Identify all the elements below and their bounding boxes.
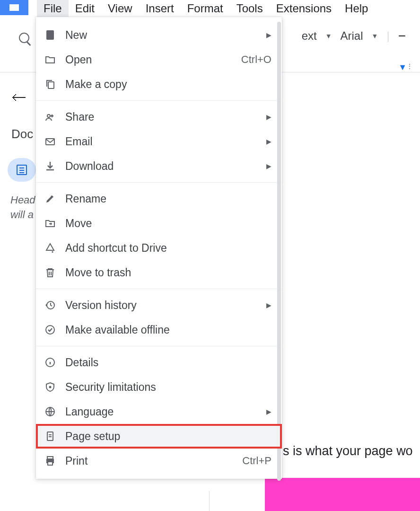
- menu-item-label: New: [65, 29, 262, 42]
- drive-shortcut-icon: [44, 241, 57, 255]
- language-icon: [44, 405, 57, 418]
- menubar-item-insert[interactable]: Insert: [139, 0, 181, 18]
- menubar-item-format[interactable]: Format: [181, 0, 230, 18]
- svg-point-10: [49, 386, 52, 388]
- print-icon: [44, 454, 57, 467]
- menu-item-new[interactable]: New▶: [36, 23, 282, 47]
- menu-item-move-to-trash[interactable]: Move to trash: [36, 260, 282, 285]
- font-caret-icon[interactable]: ▼: [372, 32, 378, 40]
- doc-outline-label: Doc: [11, 127, 33, 141]
- menubar-item-extensions[interactable]: Extensions: [270, 0, 338, 18]
- menu-item-label: Page setup: [65, 430, 271, 443]
- menu-item-label: Email: [65, 135, 262, 148]
- submenu-arrow-icon: ▶: [266, 408, 271, 415]
- menu-item-label: Add shortcut to Drive: [65, 242, 271, 255]
- menu-item-print[interactable]: PrintCtrl+P: [36, 449, 282, 473]
- decrease-font-icon[interactable]: −: [398, 28, 406, 44]
- download-icon: [44, 159, 57, 173]
- toolbar-right: ext ▼ Arial ▼ | −: [302, 28, 406, 44]
- menu-divider: [36, 346, 282, 346]
- menu-item-label: Language: [65, 405, 262, 418]
- menu-item-label: Download: [65, 160, 262, 173]
- offline-icon: [44, 323, 57, 336]
- menu-item-email[interactable]: Email▶: [36, 129, 282, 154]
- page-divider: [209, 491, 210, 511]
- menubar-item-file[interactable]: File: [37, 0, 69, 18]
- menubar-item-help[interactable]: Help: [338, 0, 375, 18]
- svg-rect-2: [48, 35, 52, 35]
- folder-icon: [44, 53, 57, 66]
- svg-rect-4: [48, 82, 54, 88]
- menu-shortcut: Ctrl+P: [242, 455, 271, 467]
- menu-item-security-limitations[interactable]: Security limitations: [36, 375, 282, 399]
- menu-item-move[interactable]: Move: [36, 211, 282, 236]
- menu-item-label: Print: [65, 455, 242, 467]
- security-icon: [44, 380, 57, 394]
- submenu-arrow-icon: ▶: [266, 31, 271, 39]
- menu-item-language[interactable]: Language▶: [36, 399, 282, 424]
- file-menu-dropdown: New▶OpenCtrl+OMake a copyShare▶Email▶Dow…: [36, 17, 282, 479]
- copy-icon: [44, 78, 57, 91]
- menubar-item-view[interactable]: View: [101, 0, 139, 18]
- menu-item-make-a-copy[interactable]: Make a copy: [36, 72, 282, 97]
- menu-item-share[interactable]: Share▶: [36, 105, 282, 129]
- rename-icon: [44, 192, 57, 205]
- menu-item-page-setup[interactable]: Page setup: [36, 424, 282, 449]
- history-icon: [44, 299, 57, 312]
- submenu-arrow-icon: ▶: [266, 162, 271, 170]
- menubar: FileEditViewInsertFormatToolsExtensionsH…: [37, 0, 375, 17]
- menu-divider: [36, 289, 282, 289]
- menubar-item-tools[interactable]: Tools: [230, 0, 270, 18]
- submenu-arrow-icon: ▶: [266, 301, 271, 309]
- menu-item-label: Details: [65, 356, 271, 369]
- submenu-arrow-icon: ▶: [266, 113, 271, 121]
- menubar-item-edit[interactable]: Edit: [69, 0, 101, 18]
- menu-item-label: Security limitations: [65, 381, 271, 394]
- menu-item-rename[interactable]: Rename: [36, 186, 282, 211]
- menu-divider: [36, 182, 282, 183]
- text-style-dropdown-label: ext: [302, 29, 317, 43]
- menu-item-label: Move: [65, 217, 271, 230]
- svg-rect-3: [48, 36, 51, 37]
- info-icon: [44, 356, 57, 369]
- ruler-right-marker-icon[interactable]: ▼⋮: [398, 62, 412, 72]
- svg-rect-13: [47, 457, 53, 459]
- submenu-arrow-icon: ▶: [266, 138, 271, 145]
- menu-item-label: Move to trash: [65, 266, 271, 279]
- search-icon[interactable]: [19, 33, 29, 43]
- menu-item-label: Make a copy: [65, 78, 271, 91]
- docs-app-icon[interactable]: [0, 0, 28, 15]
- document-highlight: [265, 478, 420, 511]
- text-style-caret-icon[interactable]: ▼: [325, 32, 332, 40]
- document-text: s is what your page wo: [283, 444, 413, 458]
- move-icon: [44, 217, 57, 230]
- outline-hint: Head will a: [10, 193, 35, 222]
- back-arrow-icon[interactable]: 🡐: [11, 89, 26, 106]
- menu-item-add-shortcut-to-drive[interactable]: Add shortcut to Drive: [36, 236, 282, 260]
- menu-item-details[interactable]: Details: [36, 350, 282, 375]
- document-icon: [44, 28, 57, 42]
- svg-rect-15: [48, 462, 52, 465]
- outline-tab[interactable]: [8, 158, 36, 182]
- svg-rect-1: [48, 33, 52, 34]
- menu-item-label: Version history: [65, 299, 262, 312]
- font-dropdown-label: Arial: [341, 29, 363, 43]
- page-setup-icon: [44, 430, 57, 443]
- trash-icon: [44, 266, 57, 279]
- email-icon: [44, 135, 57, 148]
- menu-item-open[interactable]: OpenCtrl+O: [36, 47, 282, 72]
- menu-item-version-history[interactable]: Version history▶: [36, 293, 282, 317]
- menu-shortcut: Ctrl+O: [241, 53, 271, 66]
- menu-item-label: Rename: [65, 193, 271, 205]
- menu-item-make-available-offline[interactable]: Make available offline: [36, 317, 282, 342]
- menu-item-label: Open: [65, 53, 241, 66]
- outline-icon: [17, 165, 27, 175]
- menu-item-label: Make available offline: [65, 324, 271, 336]
- menu-divider: [36, 100, 282, 101]
- menu-item-download[interactable]: Download▶: [36, 154, 282, 178]
- share-icon: [44, 110, 57, 123]
- menu-item-label: Share: [65, 111, 262, 123]
- svg-point-5: [47, 115, 50, 117]
